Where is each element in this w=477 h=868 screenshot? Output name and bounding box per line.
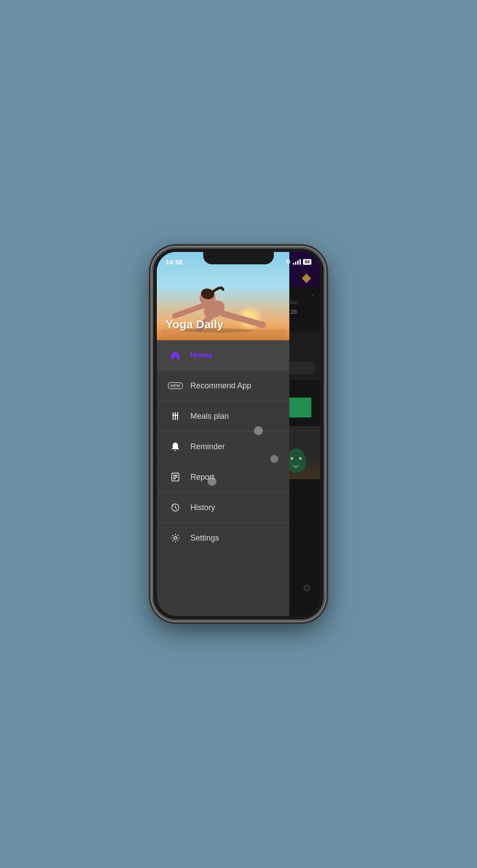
drawer-item-reminder-label: Reminder xyxy=(190,442,225,451)
notch xyxy=(203,252,274,264)
svg-rect-11 xyxy=(172,415,178,416)
status-right: G 64 xyxy=(287,259,311,265)
drawer-item-settings[interactable]: Settings xyxy=(157,523,289,553)
battery-icon: 64 xyxy=(303,259,311,265)
drawer-item-report[interactable]: Report xyxy=(157,462,289,492)
drawer-item-history-label: History xyxy=(190,503,215,512)
drawer-item-reminder[interactable]: Reminder xyxy=(157,432,289,462)
drawer-hero-title: Yoga Daily xyxy=(166,318,223,331)
svg-rect-10 xyxy=(177,412,178,420)
settings-icon xyxy=(167,530,183,546)
drawer-item-home[interactable]: Home xyxy=(157,340,289,370)
history-icon xyxy=(167,500,183,515)
drawer-item-settings-label: Settings xyxy=(190,534,219,543)
drawer-item-recommend[interactable]: NEW Recommend App xyxy=(157,371,289,401)
drawer-item-meals-label: Meals plan xyxy=(190,412,229,421)
phone-frame: 14:58 ✈ G 64 ◆ xyxy=(152,248,325,620)
network-label: G xyxy=(287,259,291,265)
svg-line-2 xyxy=(174,305,205,316)
drawer-menu: Home NEW Recommend App xyxy=(157,340,289,553)
svg-rect-14 xyxy=(173,477,178,477)
bell-icon xyxy=(167,439,183,455)
new-badge-icon: NEW xyxy=(167,378,183,394)
screen-content: ◆ › Sat 27 Sun 28 xyxy=(157,252,320,616)
status-time: 14:58 xyxy=(166,258,182,266)
svg-point-17 xyxy=(174,537,177,539)
svg-rect-8 xyxy=(173,412,174,420)
svg-rect-9 xyxy=(175,412,176,420)
svg-rect-15 xyxy=(173,478,176,479)
drawer-item-history[interactable]: History xyxy=(157,492,289,522)
svg-rect-13 xyxy=(173,475,178,476)
fork-icon xyxy=(167,408,183,424)
touch-dot-3 xyxy=(208,477,216,486)
svg-line-3 xyxy=(223,314,263,325)
report-icon xyxy=(167,469,183,485)
drawer-item-home-label: Home xyxy=(190,351,212,360)
new-text: NEW xyxy=(168,382,183,389)
drawer-item-meals[interactable]: Meals plan xyxy=(157,401,289,431)
home-icon xyxy=(167,347,183,363)
touch-dot-1 xyxy=(254,426,263,435)
side-drawer: Yoga Daily Home xyxy=(157,252,289,616)
signal-icon xyxy=(293,259,301,265)
touch-dot-2 xyxy=(270,455,278,463)
phone-screen: 14:58 ✈ G 64 ◆ xyxy=(157,252,320,616)
drawer-item-recommend-label: Recommend App xyxy=(190,381,251,391)
